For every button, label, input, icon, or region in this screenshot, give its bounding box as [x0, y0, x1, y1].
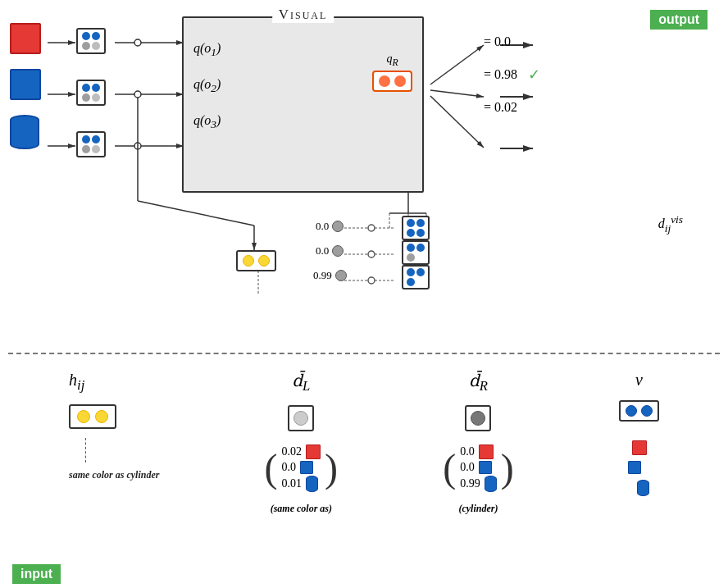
v-cube-blue-1	[628, 461, 641, 474]
v-column: v	[619, 371, 659, 515]
input-label: input	[12, 564, 61, 584]
right-feature-box-2	[402, 240, 430, 265]
v-icons	[628, 440, 649, 496]
dR-column: d̄R ( 0.0 0.0	[443, 371, 513, 515]
svg-point-6	[134, 39, 141, 46]
input-row-2	[10, 69, 41, 100]
main-container: output Visual q(o1) q(o2) q(o3) qR	[0, 0, 728, 588]
svg-point-12	[134, 143, 141, 149]
dL-cube-red	[306, 444, 321, 459]
hij-label: hij	[69, 371, 84, 394]
dR-val-2: 0.0	[460, 461, 475, 474]
dR-feature-box	[465, 405, 491, 431]
qr-label: qR	[386, 52, 398, 68]
svg-line-24	[138, 201, 254, 226]
svg-line-17	[430, 45, 484, 84]
v-cube-red	[632, 440, 647, 455]
v-cyl-blue	[637, 480, 649, 496]
qr-box	[372, 71, 412, 92]
bottom-section: hij same color as cylinder d̄L	[0, 354, 728, 588]
dR-cube-blue	[479, 461, 492, 474]
dij-label: dijvis	[658, 213, 683, 235]
dL-column: d̄L ( 0.02 0.0	[265, 371, 338, 515]
dL-cube-blue	[300, 461, 313, 474]
feature-box-1	[76, 28, 106, 54]
hij-column: hij same color as cylinder	[69, 371, 159, 515]
svg-line-18	[430, 90, 484, 97]
output-val-1: = 0.0	[484, 34, 511, 49]
dL-label: d̄L	[292, 371, 310, 394]
output-row-3: = 0.02	[484, 100, 540, 115]
dL-val-1: 0.02	[282, 445, 303, 458]
svg-point-32	[368, 225, 375, 231]
output-values: = 0.0 = 0.98 ✓ = 0.02	[484, 34, 540, 115]
v-feature-box	[619, 400, 659, 422]
output-label: output	[650, 10, 708, 30]
sim-row-3: 0.99	[313, 269, 347, 282]
dR-matrix: ( 0.0 0.0 0.99	[443, 444, 513, 492]
feature-box-2	[76, 80, 106, 106]
dL-val-2: 0.0	[282, 461, 297, 474]
dL-cyl-blue	[306, 476, 318, 492]
visual-box: Visual q(o1) q(o2) q(o3) qR	[182, 16, 424, 193]
svg-line-19	[430, 96, 484, 148]
dL-matrix: ( 0.02 0.0 0.01	[265, 444, 338, 492]
dL-feature-box	[288, 405, 314, 431]
output-val-3: = 0.02	[484, 100, 517, 115]
blue-cube	[10, 69, 41, 100]
output-row-2: = 0.98 ✓	[484, 66, 540, 84]
dR-cyl-blue	[485, 476, 497, 492]
right-feature-box-3	[402, 265, 430, 289]
right-feature-box-1	[402, 216, 430, 240]
hij-feature-box	[69, 404, 116, 429]
top-section: output Visual q(o1) q(o2) q(o3) qR	[0, 0, 728, 353]
output-row-1: = 0.0	[484, 34, 540, 49]
input-row-1	[10, 23, 41, 54]
same-color-text: same color as cylinder	[69, 469, 159, 481]
dR-val-1: 0.0	[460, 445, 475, 458]
q-label-2: q(o2)	[193, 77, 221, 95]
dot-orange-2	[394, 75, 406, 87]
sim-row-1: 0.0	[316, 220, 344, 233]
q-label-3: q(o3)	[193, 113, 221, 131]
input-row-3	[10, 115, 41, 149]
svg-point-35	[368, 251, 375, 258]
v-label: v	[635, 371, 643, 390]
dR-cube-red	[479, 444, 494, 459]
bottom-labels-row: hij same color as cylinder d̄L	[16, 367, 712, 515]
output-val-2: = 0.98	[484, 67, 517, 82]
blue-cylinder	[10, 115, 39, 149]
svg-point-9	[134, 91, 141, 98]
yellow-feature-box	[236, 250, 276, 271]
dL-val-3: 0.01	[282, 477, 303, 490]
same-color-as-label: (same color as)	[271, 503, 332, 515]
cylinder-label: (cylinder)	[458, 503, 498, 515]
sim-row-2: 0.0	[316, 244, 344, 258]
dot-orange-1	[379, 75, 390, 87]
visual-label: Visual	[272, 7, 334, 23]
check-mark: ✓	[528, 66, 540, 84]
dR-val-3: 0.99	[460, 477, 480, 490]
feature-box-3	[76, 131, 106, 157]
svg-point-38	[368, 277, 375, 284]
red-cube	[10, 23, 41, 54]
q-label-1: q(o1)	[193, 41, 221, 59]
dR-label: d̄R	[469, 371, 488, 394]
